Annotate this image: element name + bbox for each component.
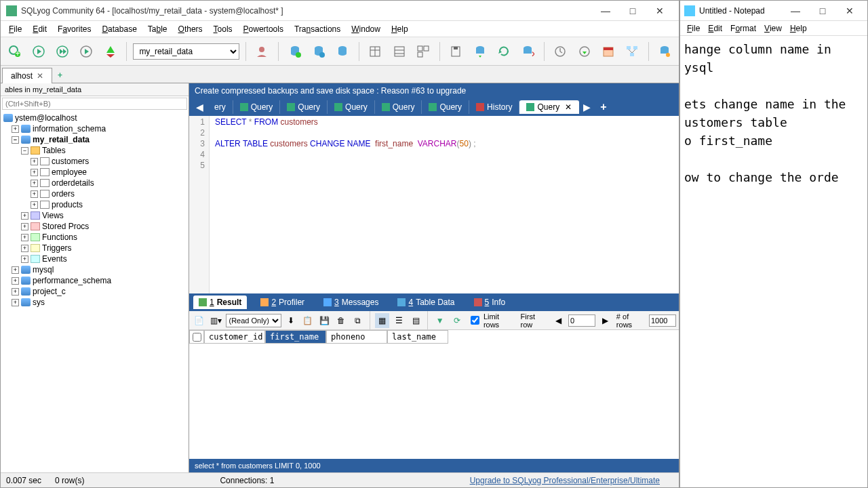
tree-triggers[interactable]: +Triggers — [2, 243, 187, 253]
save-icon[interactable]: 💾 — [317, 313, 332, 328]
menu-favorites[interactable]: Favorites — [52, 22, 96, 36]
schedule-backup-icon[interactable] — [470, 41, 490, 62]
collapse-icon[interactable]: − — [21, 147, 28, 155]
tree-db[interactable]: +sys — [2, 297, 187, 308]
expand-icon[interactable]: + — [31, 201, 38, 209]
grid-view-icon[interactable]: ▦ — [375, 313, 389, 328]
upgrade-link[interactable]: Upgrade to SQLyog Professional/Enterpris… — [470, 476, 660, 485]
info-tab[interactable]: 5 Info — [469, 296, 511, 309]
expand-icon[interactable]: + — [31, 169, 38, 176]
tree-functions[interactable]: +Functions — [2, 232, 187, 243]
tree-db[interactable]: +performance_schema — [2, 275, 187, 286]
expand-icon[interactable]: + — [31, 180, 38, 187]
notepad-menu-file[interactable]: File — [683, 22, 704, 35]
delete-icon[interactable]: 🗑 — [334, 313, 349, 328]
result-grid[interactable]: customer_idfirst_namephonenolast_name — [189, 330, 679, 459]
import-icon[interactable] — [574, 41, 594, 62]
query-tab[interactable]: Query — [422, 100, 469, 114]
menu-help[interactable]: Help — [386, 22, 414, 36]
db-sync-icon[interactable] — [285, 41, 304, 62]
titlebar[interactable]: SQLyog Community 64 - [localhost/my_reta… — [1, 1, 679, 21]
limit-rows-checkbox[interactable] — [471, 316, 479, 325]
edit-mode-select[interactable]: (Read Only) — [226, 314, 281, 327]
notepad-close-button[interactable]: ✕ — [836, 1, 863, 20]
execute-all-icon[interactable] — [53, 41, 73, 62]
execute-explain-icon[interactable] — [77, 41, 96, 62]
menu-window[interactable]: Window — [346, 22, 386, 36]
expand-icon[interactable]: + — [21, 212, 28, 220]
expand-icon[interactable]: + — [12, 266, 19, 274]
expand-icon[interactable]: + — [21, 256, 28, 263]
form-icon[interactable]: ▤ — [409, 313, 423, 328]
form-view-icon[interactable]: ▥▾ — [209, 313, 223, 328]
first-row-input[interactable] — [568, 314, 595, 327]
connection-tab[interactable]: alhost ✕ — [2, 68, 52, 83]
tree-stored-procs[interactable]: +Stored Procs — [2, 221, 187, 232]
table-icon-2[interactable] — [389, 41, 409, 62]
code-area[interactable]: SELECT * FROM customers ALTER TABLE cust… — [210, 116, 679, 293]
select-all-checkbox[interactable] — [189, 330, 204, 344]
column-header[interactable]: customer_id — [204, 330, 265, 344]
connection-tab-close-icon[interactable]: ✕ — [37, 71, 43, 81]
tree-table[interactable]: +orders — [2, 188, 187, 199]
menu-database[interactable]: Database — [96, 22, 142, 36]
execute-query-icon[interactable] — [28, 41, 48, 62]
expand-icon[interactable]: + — [31, 158, 38, 165]
column-header[interactable]: phoneno — [326, 330, 387, 344]
filter-icon[interactable]: ▼ — [433, 313, 447, 328]
text-view-icon[interactable]: ☰ — [392, 313, 406, 328]
db-icon[interactable] — [333, 41, 353, 62]
notepad-menu-view[interactable]: View — [760, 22, 786, 35]
notepad-textarea[interactable]: hange column name in ysql ets change nam… — [680, 36, 867, 487]
notepad-minimize-button[interactable]: — — [782, 1, 809, 20]
tree-table[interactable]: +employee — [2, 167, 187, 178]
database-selector[interactable]: my_retail_data — [133, 43, 239, 60]
calendar-icon[interactable] — [598, 41, 618, 62]
tree-db-active[interactable]: −my_retail_data — [2, 134, 187, 145]
backup-icon[interactable] — [446, 41, 466, 62]
copy-icon[interactable]: 📋 — [300, 313, 315, 328]
add-connection-button[interactable]: + — [52, 68, 68, 83]
menu-others[interactable]: Others — [173, 22, 208, 36]
menu-edit[interactable]: Edit — [27, 22, 52, 36]
menu-powertools[interactable]: Powertools — [238, 22, 289, 36]
menu-file[interactable]: File — [3, 22, 27, 36]
menu-transactions[interactable]: Transactions — [289, 22, 346, 36]
query-tab[interactable]: Query — [233, 100, 281, 114]
notepad-maximize-button[interactable]: □ — [809, 1, 836, 20]
num-rows-input[interactable] — [649, 314, 676, 327]
query-tab[interactable]: Query — [375, 100, 422, 114]
tree-table[interactable]: +products — [2, 199, 187, 210]
notepad-titlebar[interactable]: Untitled - Notepad — □ ✕ — [680, 1, 867, 21]
expand-icon[interactable]: + — [31, 190, 38, 198]
expand-icon[interactable]: + — [21, 245, 28, 252]
flush-icon[interactable]: ✕ — [517, 41, 537, 62]
table-data-tab[interactable]: 4 Table Data — [392, 296, 460, 309]
collapse-icon[interactable]: − — [12, 136, 19, 144]
tree-table[interactable]: +customers — [2, 156, 187, 167]
promo-banner[interactable]: Create compressed backups and save disk … — [189, 83, 679, 98]
filter-input[interactable] — [2, 98, 187, 110]
tree-events[interactable]: +Events — [2, 253, 187, 264]
notification-icon[interactable] — [655, 41, 675, 62]
table-icon-3[interactable] — [413, 41, 433, 62]
history-tab[interactable]: History — [469, 100, 519, 114]
column-header[interactable]: first_name — [265, 330, 326, 344]
tree-table[interactable]: +orderdetails — [2, 178, 187, 188]
expand-icon[interactable]: + — [12, 125, 19, 133]
export-icon[interactable]: ⬇ — [284, 313, 298, 328]
refresh-result-icon[interactable]: ⟳ — [450, 313, 464, 328]
expand-icon[interactable]: + — [12, 288, 19, 296]
minimize-button[interactable]: — — [592, 1, 619, 20]
column-header[interactable]: last_name — [387, 330, 448, 344]
menu-table[interactable]: Table — [142, 22, 173, 36]
profiler-tab[interactable]: 2 Profiler — [255, 296, 310, 309]
history-icon[interactable] — [551, 41, 570, 62]
expand-icon[interactable]: + — [12, 277, 19, 285]
refresh-icon[interactable] — [494, 41, 513, 62]
notepad-menu-format[interactable]: Format — [726, 22, 760, 35]
tab-scroll-left-icon[interactable]: ◀ — [192, 102, 208, 113]
duplicate-icon[interactable]: ⧉ — [351, 313, 366, 328]
table-icon-1[interactable] — [366, 41, 385, 62]
tab-close-icon[interactable]: ✕ — [565, 102, 572, 112]
